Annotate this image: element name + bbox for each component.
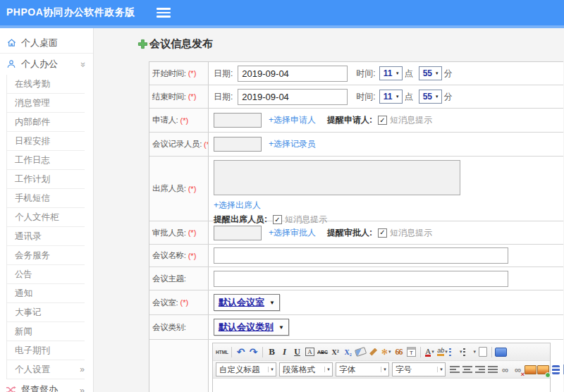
end-date-input[interactable] bbox=[238, 89, 348, 105]
minute-suffix: 分 bbox=[444, 68, 453, 80]
choose-approver-link[interactable]: +选择审批人 bbox=[269, 227, 316, 239]
highlight-icon[interactable]: ab▾ bbox=[436, 345, 448, 359]
sidebar-item[interactable]: 日程安排 bbox=[7, 132, 85, 151]
form-row-editor: HTML↶↷BIUAABCX²X₂✻▾66TA▾ab▾▾▾ 自定义标题 ▾ bbox=[149, 340, 563, 392]
plus-icon bbox=[137, 39, 148, 49]
dropdown-caret-icon: ▾ bbox=[324, 367, 332, 372]
sidebar-item[interactable]: 会务服务 bbox=[7, 246, 85, 265]
end-minute-select[interactable]: 55▼ bbox=[419, 90, 442, 104]
sidebar-item[interactable]: 工作计划 bbox=[7, 170, 85, 189]
sidebar-submenu: 在线考勤 消息管理 内部邮件 日程安排 bbox=[6, 75, 93, 379]
italic-icon[interactable]: I bbox=[278, 345, 290, 359]
redo-icon[interactable]: ↷ bbox=[247, 345, 259, 359]
editor-format-dropdown[interactable]: 字号 ▾ bbox=[392, 362, 446, 376]
approver-input[interactable] bbox=[214, 226, 262, 240]
new-page-icon[interactable] bbox=[477, 345, 489, 359]
field-label: 会议室: bbox=[152, 298, 178, 308]
hamburger-menu-icon[interactable] bbox=[157, 8, 171, 18]
insert-image-icon[interactable] bbox=[537, 363, 549, 376]
editor-format-dropdown[interactable]: 自定义标题 ▾ bbox=[216, 362, 276, 376]
time-label: 时间: bbox=[356, 68, 375, 80]
recorder-input[interactable] bbox=[214, 137, 262, 152]
sidebar-item[interactable]: 个人文件柜 bbox=[7, 208, 85, 227]
clean-format-icon[interactable] bbox=[367, 345, 379, 359]
unordered-list-icon[interactable]: ▾ bbox=[463, 345, 477, 359]
hour-suffix: 点 bbox=[405, 91, 413, 103]
start-hour-select[interactable]: 11▼ bbox=[379, 66, 403, 80]
sidebar-item[interactable]: 通讯录 bbox=[7, 227, 85, 246]
image-icon[interactable] bbox=[525, 363, 537, 376]
undo-icon[interactable]: ↶ bbox=[235, 345, 247, 359]
start-minute-select[interactable]: 55▼ bbox=[419, 66, 442, 80]
form-row-end-time: 结束时间:(*) 日期: 时间: 11▼ 点 55▼ 分 bbox=[149, 85, 563, 109]
field-label: 会议主题: bbox=[152, 274, 186, 284]
meeting-category-select[interactable]: 默认会议类别▼ bbox=[214, 319, 289, 336]
applicant-input[interactable] bbox=[214, 113, 262, 128]
app-title: PHPOA协同办公软件政务版 bbox=[0, 6, 135, 19]
meeting-subject-input[interactable] bbox=[214, 271, 508, 287]
sidebar-item[interactable]: 消息管理 bbox=[7, 94, 85, 113]
sidebar-item-label: 通知 bbox=[15, 288, 32, 300]
sidebar-item-label: 工作计划 bbox=[15, 173, 50, 185]
dropdown-caret: ▾ bbox=[388, 349, 391, 355]
link-icon[interactable]: ∞ bbox=[499, 363, 511, 376]
required-mark: (*) bbox=[188, 228, 197, 237]
sidebar-item[interactable]: 新闻 bbox=[7, 322, 85, 341]
paste-text-icon[interactable]: T bbox=[405, 345, 417, 359]
sidebar-item-label: 个人桌面 bbox=[21, 37, 58, 49]
font-color-icon[interactable]: A▾ bbox=[424, 345, 436, 359]
dropdown-caret: ▾ bbox=[460, 349, 462, 355]
sidebar-item-label: 内部邮件 bbox=[15, 116, 50, 128]
bold-icon[interactable]: B bbox=[266, 345, 278, 359]
remind-approver-checkbox[interactable]: ✓ bbox=[378, 228, 387, 238]
underline-icon[interactable]: U bbox=[291, 345, 303, 359]
field-label: 会议类别: bbox=[152, 322, 186, 333]
meeting-form: 开始时间:(*) 日期: 时间: 11▼ 点 55▼ 分 结束时间:(*) 日期… bbox=[149, 61, 563, 392]
sidebar-item-supervision[interactable]: 督查督办 » bbox=[0, 379, 93, 392]
sidebar-item[interactable]: 内部邮件 bbox=[7, 113, 85, 132]
align-center-icon[interactable] bbox=[461, 363, 473, 376]
align-left-icon[interactable] bbox=[448, 363, 460, 376]
sidebar-item[interactable]: 手机短信 bbox=[7, 189, 85, 208]
unlink-icon[interactable]: ∞ bbox=[512, 363, 524, 376]
sidebar-item[interactable]: 工作日志 bbox=[7, 151, 85, 170]
html-source-icon[interactable]: HTML bbox=[216, 345, 228, 359]
sidebar-item-personal-desktop[interactable]: 个人桌面 bbox=[0, 32, 93, 54]
start-date-input[interactable] bbox=[238, 66, 348, 82]
user-icon bbox=[6, 59, 17, 70]
choose-recorder-link[interactable]: +选择记录员 bbox=[269, 138, 316, 150]
sidebar-item-label: 公告 bbox=[15, 269, 32, 281]
sidebar-item[interactable]: 大事记 bbox=[7, 303, 85, 322]
meeting-room-select[interactable]: 默认会议室▼ bbox=[214, 294, 280, 311]
sidebar-item-personal-office[interactable]: 个人办公 » bbox=[0, 54, 93, 75]
sidebar-item-label: 个人文件柜 bbox=[15, 212, 59, 223]
editor-content-area[interactable] bbox=[213, 379, 550, 392]
align-right-icon[interactable] bbox=[474, 363, 486, 376]
sidebar-item[interactable]: 电子期刊 bbox=[7, 341, 85, 360]
eraser-icon[interactable] bbox=[355, 345, 367, 359]
format-brush-icon[interactable]: ✻▾ bbox=[380, 345, 392, 359]
choose-applicant-link[interactable]: +选择申请人 bbox=[269, 114, 316, 126]
subscript-icon[interactable]: X₂ bbox=[342, 345, 354, 359]
editor-format-dropdown[interactable]: 字体 ▾ bbox=[336, 362, 389, 376]
sidebar-item[interactable]: 个人设置 » bbox=[7, 360, 85, 379]
sidebar-item[interactable]: 公告 bbox=[7, 265, 85, 284]
font-style-icon[interactable]: A bbox=[304, 345, 316, 359]
form-row-attendees: 出席人员:(*) +选择出席人 提醒出席人员: ✓ 短消息提示 bbox=[149, 157, 563, 221]
attendees-textarea[interactable] bbox=[214, 160, 460, 195]
ordered-list-icon[interactable]: ▾ bbox=[449, 345, 462, 359]
superscript-icon[interactable]: X² bbox=[329, 345, 341, 359]
remind-applicant-checkbox[interactable]: ✓ bbox=[378, 116, 387, 125]
end-hour-select[interactable]: 11▼ bbox=[379, 90, 403, 104]
choose-attendees-link[interactable]: +选择出席人 bbox=[214, 200, 261, 212]
fullscreen-icon[interactable] bbox=[495, 345, 507, 359]
align-justify-icon[interactable] bbox=[486, 363, 498, 376]
strikethrough-icon[interactable]: ABC bbox=[317, 345, 329, 359]
meeting-name-input[interactable] bbox=[214, 247, 508, 264]
editor-toolbar-row2: 自定义标题 ▾ 段落格式 ▾ bbox=[213, 361, 550, 379]
editor-format-dropdown[interactable]: 段落格式 ▾ bbox=[279, 362, 333, 376]
sidebar-item[interactable]: 在线考勤 bbox=[7, 75, 85, 94]
media-icon[interactable] bbox=[550, 363, 562, 376]
sidebar-item[interactable]: 通知 bbox=[7, 284, 85, 303]
blockquote-icon[interactable]: 66 bbox=[393, 345, 405, 359]
